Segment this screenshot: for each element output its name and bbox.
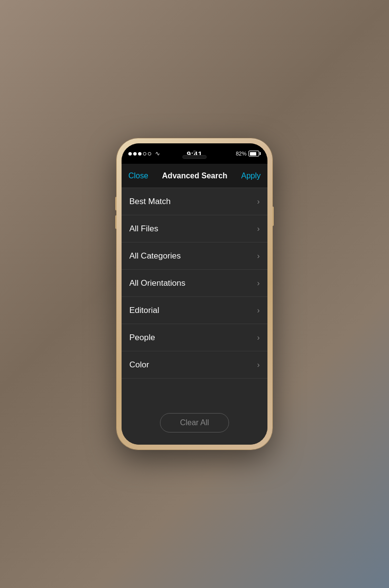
all-files-label: All Files [129, 224, 159, 234]
phone-screen: ∿ 9:41 82% Close Advanced Search Apply [122, 143, 267, 445]
best-match-label: Best Match [129, 197, 171, 207]
list-item-people[interactable]: People › [122, 324, 267, 351]
apply-button[interactable]: Apply [241, 172, 261, 180]
signal-dot-3 [138, 152, 141, 156]
chevron-icon: › [257, 333, 260, 342]
editorial-label: Editorial [129, 306, 159, 315]
phone-frame: ∿ 9:41 82% Close Advanced Search Apply [117, 138, 272, 450]
power-button [272, 207, 274, 226]
battery-tip [260, 152, 261, 155]
chevron-icon: › [257, 225, 260, 233]
signal-dot-1 [128, 152, 132, 156]
battery-body [248, 151, 259, 156]
all-categories-label: All Categories [129, 251, 181, 261]
battery-percent: 82% [236, 151, 247, 156]
people-label: People [129, 333, 155, 343]
chevron-icon: › [257, 361, 260, 369]
list-item-all-categories[interactable]: All Categories › [122, 242, 267, 270]
chevron-icon: › [257, 279, 260, 288]
battery-icon [248, 151, 261, 156]
chevron-icon: › [257, 252, 260, 260]
battery-fill [250, 152, 257, 156]
signal-dot-4 [143, 152, 146, 156]
volume-up-button [115, 197, 117, 210]
empty-space [122, 379, 267, 401]
signal-strength [128, 152, 151, 156]
bottom-action-area: Clear All [122, 401, 267, 445]
list-item-all-orientations[interactable]: All Orientations › [122, 270, 267, 297]
list-item-all-files[interactable]: All Files › [122, 215, 267, 242]
chevron-icon: › [257, 306, 260, 315]
nav-title: Advanced Search [162, 172, 227, 180]
list-item-color[interactable]: Color › [122, 351, 267, 379]
navigation-bar: Close Advanced Search Apply [122, 164, 267, 188]
top-bezel [182, 150, 207, 159]
color-label: Color [129, 360, 149, 370]
speaker [182, 155, 207, 159]
volume-down-button [115, 215, 117, 229]
status-right: 82% [236, 151, 261, 156]
list-item-best-match[interactable]: Best Match › [122, 188, 267, 215]
search-options-list: Best Match › All Files › All Categories … [122, 188, 267, 379]
close-button[interactable]: Close [128, 172, 148, 180]
chevron-icon: › [257, 197, 260, 206]
wifi-icon: ∿ [155, 150, 160, 157]
signal-dot-5 [148, 152, 151, 156]
all-orientations-label: All Orientations [129, 278, 185, 288]
list-container: Best Match › All Files › All Categories … [122, 188, 267, 445]
camera [193, 150, 196, 153]
list-item-editorial[interactable]: Editorial › [122, 297, 267, 324]
clear-all-button[interactable]: Clear All [160, 413, 229, 432]
signal-dot-2 [133, 152, 137, 156]
